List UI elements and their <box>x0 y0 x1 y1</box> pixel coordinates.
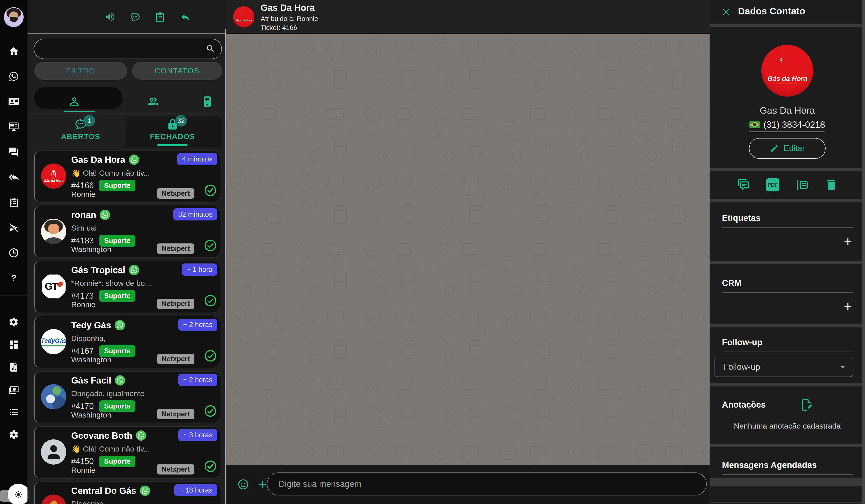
check-circle-icon <box>204 184 217 197</box>
add-crm-button[interactable]: + <box>841 301 855 314</box>
ticket-card[interactable]: TedyGás Tedy Gás ~ 2 horas Disponha, #41… <box>34 316 220 368</box>
close-icon[interactable] <box>721 7 731 17</box>
divider <box>0 34 27 34</box>
flame-icon <box>57 281 64 288</box>
ticket-list: Gás da Hora Gas Da Hora 4 minutos 👋 Olá!… <box>27 148 227 504</box>
sidebar-item-forum[interactable] <box>8 146 19 157</box>
action-pdf[interactable]: PDF <box>766 178 780 192</box>
divider <box>710 502 865 503</box>
pencil-icon <box>770 144 779 153</box>
ticket-card[interactable]: Geovane Both ~ 3 horas 👋 Olá! Como não t… <box>34 426 220 479</box>
sidebar-item-reply-all[interactable] <box>8 172 19 183</box>
contact-name: Gas Da Hora <box>710 105 865 116</box>
sidebar-item-help[interactable]: ? <box>8 273 19 283</box>
agent-name: Ronnie <box>71 466 95 474</box>
notes-empty-text: Nenhuma anotação cadastrada <box>710 422 865 430</box>
time-badge: ~ 1 hora <box>182 263 217 276</box>
chat-area: Gás da Hora Gas Da Hora Atribuido à: Ron… <box>227 0 710 504</box>
ticket-card[interactable]: GT Gás Tropical ~ 1 hora *Ronnie*: show … <box>34 261 220 313</box>
add-tag-button[interactable]: + <box>841 235 855 249</box>
sidebar-item-desktop-dashboard[interactable] <box>8 121 19 132</box>
sidebar-top-icons: ? <box>0 46 27 283</box>
search-block <box>27 34 227 61</box>
ticket-card[interactable]: CENTRAL Central Do Gás ~ 18 horas Dispon… <box>34 481 220 504</box>
status-tab-abertos[interactable]: 1ABERTOS <box>54 114 108 147</box>
company-badge: Netxpert <box>157 298 194 309</box>
view-tab-person[interactable] <box>68 95 81 108</box>
view-tab-contact-card-tab[interactable] <box>201 95 214 108</box>
avatar-logo-subtext <box>775 84 799 84</box>
sidebar-item-clipboard-list[interactable] <box>8 197 19 208</box>
ticket-card[interactable]: ronan 32 minutos Sim uai #4183 Suporte W… <box>34 206 220 258</box>
section-divider <box>710 199 865 202</box>
action-trash[interactable] <box>824 178 838 192</box>
theme-toggle[interactable] <box>0 482 32 504</box>
contact-name-row: Central Do Gás <box>71 485 150 496</box>
chat-contact-avatar: Gás da Hora <box>233 6 254 27</box>
phone-number: (31) 3834-0218 <box>763 120 825 130</box>
phone-row: (31) 3834-0218 <box>710 120 865 132</box>
check-circle-icon <box>204 239 217 252</box>
whatsapp-badge-icon <box>129 265 139 275</box>
sidebar-item-history[interactable] <box>8 247 19 258</box>
heading-underline <box>722 227 853 228</box>
view-tab-people[interactable] <box>147 95 160 108</box>
filter-button[interactable]: FILTRO <box>34 62 127 80</box>
section-divider <box>710 444 865 447</box>
sidebar-item-view-dashboard[interactable] <box>8 339 19 350</box>
ticket-card[interactable]: Gás Facil ~ 2 horas Obrigada, igualmente… <box>34 371 220 423</box>
message-input[interactable] <box>267 472 707 495</box>
contact-name: Tedy Gás <box>71 320 111 330</box>
check-circle-icon <box>204 460 217 473</box>
toolbar-volume[interactable] <box>105 11 116 22</box>
time-badge: ~ 2 horas <box>178 319 217 331</box>
notes-heading: Anotações <box>722 400 766 410</box>
ticket-number: #4166 <box>71 181 94 190</box>
section-divider <box>710 383 865 386</box>
edit-contact-button[interactable]: Editar <box>749 138 826 159</box>
contact-avatar: CENTRAL <box>41 494 66 504</box>
divider <box>0 295 27 296</box>
sidebar-item-home[interactable] <box>8 46 19 57</box>
toolbar-clipboard-list[interactable] <box>154 11 165 22</box>
whatsapp-badge-icon <box>140 485 150 496</box>
avatar-logo-text: TedyGás <box>41 337 66 346</box>
ticket-card[interactable]: Gás da Hora Gas Da Hora 4 minutos 👋 Olá!… <box>34 150 220 203</box>
contact-panel: Dados Contato Gás da Hora Gas Da Hora (3… <box>710 0 865 504</box>
section-divider <box>710 168 865 171</box>
view-tabs <box>27 82 227 114</box>
toolbar-chat-dots[interactable] <box>130 11 141 22</box>
chat-ticket-number: Ticket: 4166 <box>261 24 297 32</box>
followup-select[interactable]: Follow-up <box>715 357 853 377</box>
queue-badge: Suporte <box>99 456 135 467</box>
note-edit-icon[interactable] <box>800 398 814 412</box>
avatar-logo-text: Gás da Hora <box>236 19 252 22</box>
contact-name-row: Geovane Both <box>71 430 146 441</box>
sidebar-item-money[interactable] <box>8 384 19 395</box>
search-input[interactable] <box>34 39 222 59</box>
emoji-icon[interactable] <box>237 478 249 491</box>
heading-underline <box>722 352 853 352</box>
action-comment-multiple[interactable] <box>736 178 750 192</box>
toolbar-reply[interactable] <box>180 11 191 22</box>
sidebar-item-send-off[interactable] <box>8 222 19 233</box>
whatsapp-badge-icon <box>115 320 125 330</box>
agent-name: Ronnie <box>71 190 95 199</box>
phone-link[interactable]: (31) 3834-0218 <box>749 120 825 132</box>
action-timeline-list[interactable] <box>795 178 809 192</box>
user-avatar[interactable] <box>4 7 24 27</box>
flame-icon <box>49 499 58 504</box>
status-tab-fechados[interactable]: 32FECHADOS <box>146 114 199 147</box>
agent-name: Washington <box>71 411 111 419</box>
sidebar-item-whatsapp[interactable] <box>8 71 19 82</box>
sidebar-item-file-chart[interactable] <box>8 362 19 373</box>
contact-avatar <box>41 219 66 244</box>
sidebar-item-contact-card[interactable] <box>8 96 19 107</box>
contact-avatar <box>41 439 66 465</box>
ticket-number: #4167 <box>71 347 94 356</box>
contacts-button[interactable]: CONTATOS <box>132 62 222 80</box>
sidebar-item-gear[interactable] <box>8 429 19 440</box>
panel-scrollbar[interactable] <box>862 0 865 504</box>
sidebar-item-settings[interactable] <box>8 317 19 327</box>
sidebar-item-list[interactable] <box>8 407 19 418</box>
